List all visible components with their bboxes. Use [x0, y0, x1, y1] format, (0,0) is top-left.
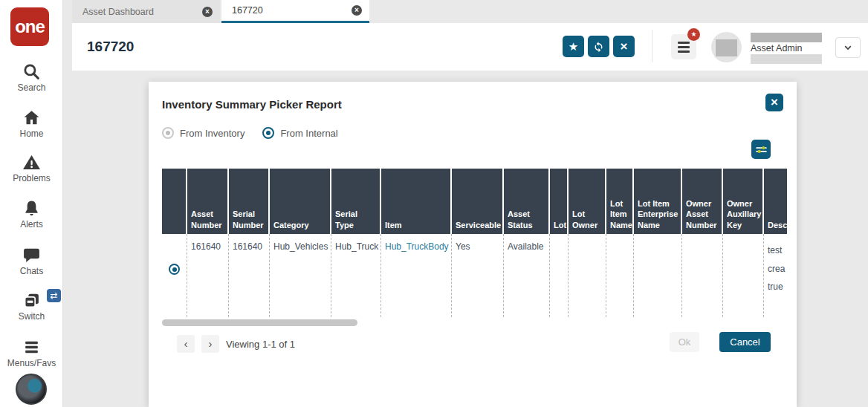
- table-body: 161640161640Hub_VehiclesHub_TruckHub_Tru…: [162, 234, 787, 317]
- user-role: Asset Admin: [751, 43, 802, 53]
- sidebar-item-chats[interactable]: Chats: [0, 246, 63, 276]
- results-table: Asset NumberSerial NumberCategorySerial …: [162, 169, 787, 317]
- sidebar-item-label: Search: [0, 82, 63, 93]
- item-link[interactable]: Hub_TruckBody: [385, 241, 449, 252]
- table-cell: Hub_TruckBody: [381, 234, 452, 317]
- close-icon: ×: [621, 39, 628, 54]
- table-cell: [634, 234, 682, 317]
- switch-badge-icon[interactable]: ⇄: [47, 289, 61, 302]
- table-cell: test crea true: [764, 234, 787, 317]
- table-header-row: Asset NumberSerial NumberCategorySerial …: [162, 169, 787, 234]
- refresh-icon: [592, 40, 605, 53]
- chevron-down-icon: [842, 42, 854, 53]
- table-cell: [569, 234, 606, 317]
- table-cell: Yes: [452, 234, 504, 317]
- column-header: Description: [764, 169, 787, 234]
- modal-close-button[interactable]: ×: [765, 94, 783, 111]
- source-radio-group: From InventoryFrom Internal: [162, 127, 338, 139]
- chevron-right-icon: ›: [209, 337, 213, 350]
- tab-label: 167720: [232, 5, 263, 16]
- switch-icon: [22, 291, 41, 310]
- row-select-radio[interactable]: [169, 264, 180, 275]
- column-header: Lot Item Name: [606, 169, 634, 234]
- tab-167720[interactable]: 167720 ×: [221, 0, 369, 23]
- picker-modal: Inventory Summary Picker Report × From I…: [149, 82, 797, 407]
- column-header: Category: [270, 169, 331, 234]
- sidebar-item-label: Home: [0, 128, 63, 139]
- radio-icon[interactable]: [262, 127, 274, 139]
- notification-badge: ★: [687, 28, 700, 41]
- close-tab-icon[interactable]: ×: [352, 5, 362, 16]
- sidebar-item-home[interactable]: Home: [0, 108, 63, 139]
- sidebar-item-label: Problems: [0, 173, 63, 183]
- badge-star-icon: ★: [690, 30, 696, 38]
- column-header: [162, 169, 187, 234]
- sidebar-item-label: Switch: [0, 311, 63, 322]
- table-cell: [682, 234, 723, 317]
- column-header: Item: [381, 169, 452, 234]
- sidebar-item-search[interactable]: Search: [0, 62, 63, 93]
- table-cell: 161640: [187, 234, 229, 317]
- tab-label: Asset Dashboard: [82, 7, 154, 17]
- table-cell: Available: [504, 234, 550, 317]
- sidebar-item-menus-favs[interactable]: Menus/Favs: [0, 338, 63, 368]
- radio-icon[interactable]: [162, 127, 174, 139]
- tab-asset-dashboard[interactable]: Asset Dashboard ×: [72, 0, 220, 23]
- column-header: Serial Type: [331, 169, 381, 234]
- refresh-button[interactable]: [588, 36, 609, 57]
- hamburger-icon: [22, 338, 41, 356]
- user-menu-button[interactable]: [835, 37, 861, 58]
- star-icon: ★: [569, 40, 578, 53]
- sliders-icon: [754, 143, 768, 157]
- pagination-prev-button[interactable]: ‹: [177, 335, 195, 353]
- column-header: Serviceable: [452, 169, 504, 234]
- radio-option[interactable]: From Inventory: [162, 127, 244, 139]
- radio-option[interactable]: From Internal: [262, 127, 337, 139]
- pagination-next-button[interactable]: ›: [201, 335, 219, 353]
- table-cell: Hub_Vehicles: [270, 234, 331, 317]
- sidebar-item-switch[interactable]: ⇄ Switch: [0, 291, 63, 322]
- column-header: Asset Number: [187, 169, 229, 234]
- table-cell: 161640: [229, 234, 270, 317]
- user-org-redacted: [751, 54, 822, 64]
- bell-icon: [22, 199, 41, 218]
- page-title: 167720: [87, 39, 134, 55]
- header-divider: [652, 30, 652, 62]
- user-name-redacted: [751, 33, 822, 42]
- table-cell: [550, 234, 569, 317]
- pagination-status: Viewing 1-1 of 1: [226, 339, 295, 350]
- sidebar: one Search Home Problems Alerts Chats ⇄ …: [0, 0, 63, 407]
- close-tab-icon[interactable]: ×: [202, 7, 213, 17]
- tab-bar: Asset Dashboard × 167720 ×: [72, 0, 371, 23]
- horizontal-scrollbar[interactable]: [162, 319, 357, 326]
- sidebar-item-problems[interactable]: Problems: [0, 153, 63, 183]
- close-page-button[interactable]: ×: [613, 36, 635, 57]
- table-cell: [606, 234, 634, 317]
- radio-label: From Inventory: [180, 128, 244, 139]
- search-icon: [22, 62, 41, 81]
- sidebar-item-alerts[interactable]: Alerts: [0, 199, 63, 229]
- ok-button[interactable]: Ok: [670, 332, 699, 352]
- page-header: [72, 23, 868, 71]
- sidebar-item-label: Menus/Favs: [0, 358, 63, 368]
- assistant-avatar[interactable]: [16, 374, 47, 405]
- cancel-button[interactable]: Cancel: [719, 332, 771, 352]
- sidebar-item-label: Chats: [0, 266, 63, 276]
- favorite-button[interactable]: ★: [563, 36, 584, 57]
- close-icon: ×: [771, 95, 778, 110]
- column-header: Owner Auxillary Key: [723, 169, 764, 234]
- column-header: Asset Status: [504, 169, 550, 234]
- modal-title: Inventory Summary Picker Report: [162, 98, 342, 111]
- table-cell: [162, 234, 187, 317]
- user-avatar[interactable]: [711, 32, 742, 62]
- filter-settings-button[interactable]: [751, 140, 771, 159]
- brand-logo[interactable]: one: [10, 7, 49, 46]
- column-header: Lot: [550, 169, 569, 234]
- table-row: 161640161640Hub_VehiclesHub_TruckHub_Tru…: [162, 234, 787, 317]
- column-header: Lot Owner: [569, 169, 606, 234]
- home-icon: [22, 108, 41, 127]
- column-header: Serial Number: [229, 169, 270, 234]
- column-header: Lot Item Enterprise Name: [634, 169, 682, 234]
- sidebar-item-label: Alerts: [0, 219, 63, 229]
- table-cell: Hub_Truck: [331, 234, 381, 317]
